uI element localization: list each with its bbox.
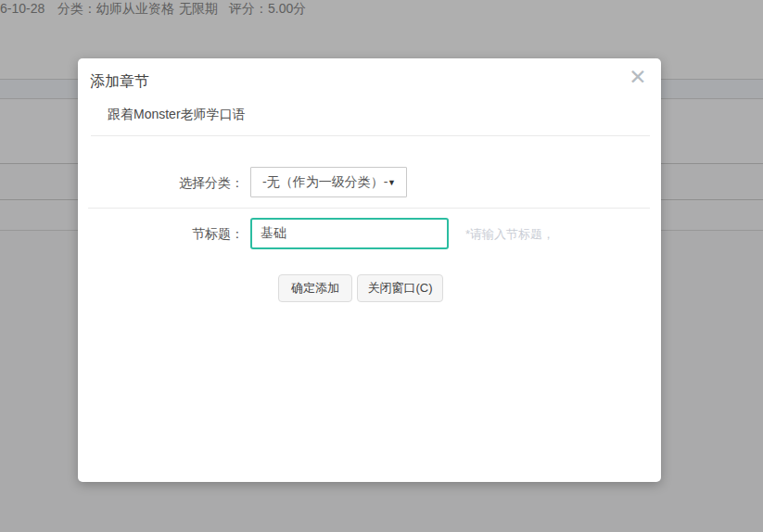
close-icon[interactable]: ✕ [627,66,649,88]
category-select-value: -无（作为一级分类）- [251,174,388,191]
course-rating: 评分：5.00分 [229,1,306,18]
dialog-title: 添加章节 [90,72,149,92]
course-date: 6-10-28 [0,1,45,16]
course-category: 分类：幼师从业资格 [57,1,174,18]
section-title-input[interactable] [250,218,449,249]
category-select[interactable]: -无（作为一级分类）- ▼ [250,167,407,197]
background-info-bar: 6-10-28 分类：幼师从业资格 无限期 评分：5.00分 [0,0,763,20]
category-select-label: 选择分类： [78,175,244,192]
confirm-add-button[interactable]: 确定添加 [278,274,352,302]
course-name-label: 跟着Monster老师学口语 [108,107,246,123]
header-divider [91,135,650,136]
course-duration: 无限期 [179,1,218,18]
add-chapter-dialog: 添加章节 ✕ 跟着Monster老师学口语 选择分类： -无（作为一级分类）- … [78,58,661,482]
form-row-divider [88,208,650,209]
screen: 6-10-28 分类：幼师从业资格 无限期 评分：5.00分 添加章节 ✕ 跟着… [0,0,763,532]
chevron-down-icon: ▼ [388,178,396,187]
section-title-label: 节标题： [78,226,244,243]
section-title-hint: *请输入节标题， [465,226,554,243]
close-window-button[interactable]: 关闭窗口(C) [357,274,443,302]
